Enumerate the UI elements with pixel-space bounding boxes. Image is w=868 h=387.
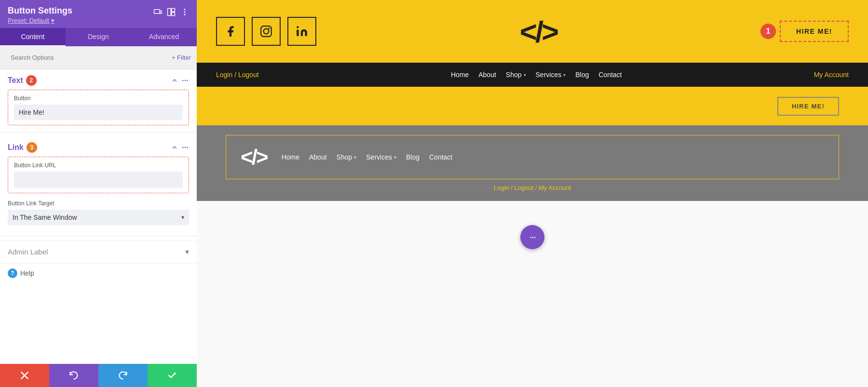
preview-gray-section: </> Home About Shop ▾ Services ▾ Blog Co…	[197, 125, 868, 201]
gray-nav-contact[interactable]: Contact	[429, 153, 452, 161]
svg-point-13	[187, 147, 188, 148]
close-icon	[20, 371, 29, 380]
panel-body: Text 2 Button Link 3	[0, 69, 197, 387]
hire-me-strip-button[interactable]: HIRE ME!	[777, 97, 839, 116]
gray-nav: Home About Shop ▾ Services ▾ Blog Contac…	[282, 153, 453, 161]
hire-me-button-top[interactable]: HIRE ME!	[780, 21, 849, 42]
link-dashed-box: Button Link URL	[8, 157, 189, 193]
button-label-field: Button	[14, 95, 183, 102]
panel-tabs: Content Design Advanced	[0, 28, 197, 46]
tab-advanced[interactable]: Advanced	[131, 28, 197, 46]
nav-home[interactable]: Home	[451, 71, 469, 79]
link-section-badge: 3	[27, 142, 37, 153]
close-button[interactable]	[0, 364, 49, 387]
undo-icon	[69, 371, 79, 380]
svg-point-17	[264, 29, 269, 34]
more-text-icon[interactable]	[181, 77, 189, 84]
panel-preset-link[interactable]: Preset: Default	[8, 17, 49, 24]
code-logo: </>	[520, 14, 557, 49]
more-link-icon[interactable]	[181, 144, 189, 151]
target-field: Button Link Target In The Same Window In…	[8, 200, 189, 232]
panel-preset: Preset: Default ▾	[8, 17, 72, 24]
svg-point-5	[184, 9, 186, 10]
text-section-header: Text 2	[8, 75, 189, 86]
svg-point-8	[182, 80, 184, 81]
svg-point-12	[185, 147, 186, 148]
layout-icon[interactable]	[167, 8, 176, 16]
nav-blog[interactable]: Blog	[575, 71, 589, 79]
text-section-badge: 2	[26, 75, 37, 86]
tab-design[interactable]: Design	[66, 28, 131, 46]
gray-nav-blog[interactable]: Blog	[406, 153, 420, 161]
link-section-header: Link 3	[8, 142, 189, 153]
left-panel: Button Settings Preset: Default ▾ Conten…	[0, 0, 197, 387]
gray-nav-about[interactable]: About	[309, 153, 327, 161]
gray-nav-home[interactable]: Home	[282, 153, 299, 161]
svg-point-6	[184, 12, 186, 13]
gray-nav-services[interactable]: Services ▾	[366, 153, 396, 161]
svg-rect-19	[297, 30, 298, 36]
redo-button[interactable]	[98, 364, 148, 387]
preview-panel: </> 1 HIRE ME! Login / Logout Home About…	[197, 0, 868, 387]
help-icon: ?	[8, 268, 17, 278]
panel-search: + Filter	[0, 46, 197, 69]
collapse-text-icon[interactable]	[171, 77, 178, 84]
redo-icon	[118, 371, 128, 380]
nav-contact[interactable]: Contact	[598, 71, 622, 79]
url-input[interactable]	[14, 172, 183, 188]
preview-yellow-strip: HIRE ME!	[197, 87, 868, 125]
url-field-label: Button Link URL	[14, 162, 183, 169]
nav-center: Home About Shop ▾ Services ▾ Blog Contac…	[451, 71, 622, 79]
svg-point-11	[182, 147, 184, 148]
facebook-icon[interactable]	[216, 17, 245, 46]
target-select[interactable]: In The Same Window In A New Tab	[8, 210, 189, 225]
instagram-icon[interactable]	[252, 17, 281, 46]
nav-login-area: Login / Logout	[216, 71, 259, 79]
admin-chevron-icon: ▾	[185, 247, 189, 256]
text-dashed-box: Button	[8, 90, 189, 125]
preview-yellow-header: </> 1 HIRE ME!	[197, 0, 868, 63]
svg-rect-1	[160, 11, 162, 13]
badge-1: 1	[760, 24, 776, 39]
svg-rect-0	[154, 10, 160, 13]
gray-outlined-box: </> Home About Shop ▾ Services ▾ Blog Co…	[226, 135, 839, 179]
fab-dots: ···	[529, 231, 535, 243]
my-account-link[interactable]: My Account	[814, 71, 849, 79]
preview-white-area: ···	[197, 201, 868, 387]
linkedin-icon[interactable]	[287, 17, 316, 46]
social-icons-group	[216, 17, 316, 46]
filter-button[interactable]: + Filter	[172, 54, 191, 61]
svg-point-7	[184, 14, 186, 15]
collapse-link-icon[interactable]	[171, 144, 178, 151]
target-label: Button Link Target	[8, 200, 189, 207]
more-options-icon[interactable]	[180, 8, 189, 16]
svg-point-20	[297, 26, 298, 28]
nav-services[interactable]: Services ▾	[536, 71, 566, 79]
svg-point-10	[187, 80, 188, 81]
button-text-input[interactable]	[14, 105, 183, 120]
text-section: Text 2 Button	[0, 69, 197, 125]
hire-me-top-area: 1 HIRE ME!	[760, 21, 849, 42]
nav-shop[interactable]: Shop ▾	[506, 71, 526, 79]
svg-rect-2	[168, 9, 171, 16]
search-input[interactable]	[6, 50, 168, 65]
gray-login-link[interactable]: Login / Logout / My Account	[494, 184, 571, 191]
text-section-title: Text	[8, 76, 23, 85]
save-check-icon	[167, 371, 177, 380]
undo-button[interactable]	[49, 364, 98, 387]
panel-title: Button Settings	[8, 6, 72, 16]
save-button[interactable]	[148, 364, 197, 387]
help-text: Help	[20, 269, 34, 277]
admin-label-section[interactable]: Admin Label ▾	[0, 240, 197, 263]
purple-fab-button[interactable]: ···	[520, 225, 544, 249]
admin-label-text: Admin Label	[8, 248, 48, 256]
target-select-wrapper: In The Same Window In A New Tab ▾	[8, 210, 189, 225]
help-row[interactable]: ? Help	[0, 263, 197, 283]
svg-point-18	[268, 27, 270, 29]
gray-nav-shop[interactable]: Shop ▾	[337, 153, 357, 161]
tab-content[interactable]: Content	[0, 28, 66, 46]
responsive-icon[interactable]	[153, 8, 162, 16]
nav-about[interactable]: About	[478, 71, 496, 79]
svg-rect-4	[172, 13, 175, 16]
login-logout-link[interactable]: Login / Logout	[216, 71, 259, 79]
